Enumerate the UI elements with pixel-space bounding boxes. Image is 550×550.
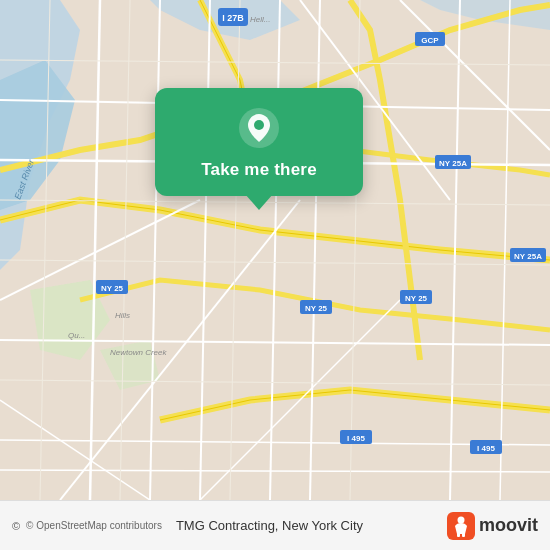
- svg-text:NY 25: NY 25: [305, 304, 328, 313]
- map-container: I 27B GCP NY 25A NY 25 NY 25 NY 25 NY 25…: [0, 0, 550, 500]
- moovit-icon: [447, 512, 475, 540]
- bottom-bar: © © OpenStreetMap contributors TMG Contr…: [0, 500, 550, 550]
- svg-rect-55: [462, 532, 465, 537]
- svg-text:NY 25A: NY 25A: [514, 252, 542, 261]
- svg-text:Hills: Hills: [115, 311, 130, 320]
- svg-text:Hell...: Hell...: [250, 15, 270, 24]
- svg-text:Qu...: Qu...: [68, 331, 85, 340]
- location-title: TMG Contracting, New York City: [176, 518, 363, 533]
- tooltip-label: Take me there: [201, 160, 317, 180]
- attribution-text: © OpenStreetMap contributors: [26, 520, 162, 531]
- svg-text:I 495: I 495: [477, 444, 495, 453]
- svg-text:NY 25A: NY 25A: [439, 159, 467, 168]
- svg-text:NY 25: NY 25: [405, 294, 428, 303]
- location-pin-icon: [237, 106, 281, 150]
- svg-text:I 495: I 495: [347, 434, 365, 443]
- copyright-text: ©: [12, 520, 20, 532]
- svg-text:NY 25: NY 25: [101, 284, 124, 293]
- tooltip-card[interactable]: Take me there: [155, 88, 363, 196]
- svg-text:I 27B: I 27B: [222, 13, 244, 23]
- svg-point-53: [457, 516, 464, 523]
- svg-text:Newtown Creek: Newtown Creek: [110, 348, 167, 357]
- svg-point-51: [254, 120, 264, 130]
- svg-rect-54: [457, 532, 460, 537]
- moovit-text: moovit: [479, 515, 538, 536]
- svg-text:GCP: GCP: [421, 36, 439, 45]
- bottom-left-info: © © OpenStreetMap contributors TMG Contr…: [12, 518, 363, 533]
- moovit-logo: moovit: [447, 512, 538, 540]
